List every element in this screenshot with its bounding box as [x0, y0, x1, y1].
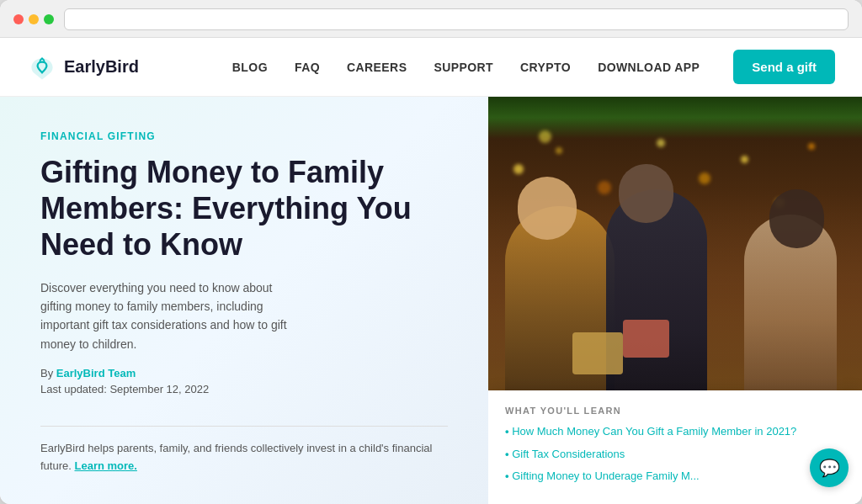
browser-chrome [0, 0, 862, 38]
nav-download[interactable]: DOWNLOAD APP [598, 61, 700, 74]
chat-bubble-button[interactable]: 💬 [810, 448, 849, 487]
divider [40, 426, 448, 427]
nav-crypto[interactable]: CRYPTO [520, 61, 571, 74]
bottom-blurb: EarlyBird helps parents, family, and fri… [40, 440, 448, 475]
nav-links: BLOG FAQ CAREERS SUPPORT CRYPTO DOWNLOAD… [232, 61, 700, 74]
navbar: EarlyBird BLOG FAQ CAREERS SUPPORT CRYPT… [0, 38, 862, 97]
toc-item-1[interactable]: How Much Money Can You Gift a Family Mem… [505, 424, 845, 439]
date-line: Last updated: September 12, 2022 [40, 383, 448, 395]
people-image [488, 189, 862, 425]
traffic-lights [13, 14, 54, 24]
foliage-decoration [488, 97, 862, 139]
nav-blog[interactable]: BLOG [232, 61, 268, 74]
earlybird-logo-icon [27, 52, 57, 82]
close-button[interactable] [13, 14, 24, 24]
nav-careers[interactable]: CAREERS [347, 61, 407, 74]
toc-card: WHAT YOU'LL LEARN How Much Money Can You… [488, 390, 862, 504]
browser-window: EarlyBird BLOG FAQ CAREERS SUPPORT CRYPT… [0, 0, 862, 504]
category-tag: FINANCIAL GIFTING [40, 130, 448, 142]
page-content: EarlyBird BLOG FAQ CAREERS SUPPORT CRYPT… [0, 38, 862, 504]
nav-support[interactable]: SUPPORT [434, 61, 493, 74]
chat-icon: 💬 [819, 458, 840, 478]
address-bar[interactable] [64, 8, 849, 30]
learn-more-link[interactable]: Learn more. [74, 459, 136, 472]
toc-item-2[interactable]: Gift Tax Considerations [505, 447, 845, 462]
article-description: Discover everything you need to know abo… [40, 279, 301, 354]
article-title: Gifting Money to Family Members: Everyth… [40, 154, 448, 263]
toc-title: WHAT YOU'LL LEARN [505, 406, 845, 416]
author-link[interactable]: EarlyBird Team [56, 367, 136, 379]
send-gift-button[interactable]: Send a gift [733, 50, 835, 84]
minimize-button[interactable] [29, 14, 39, 24]
author-line: By EarlyBird Team [40, 367, 448, 379]
logo-text: EarlyBird [64, 57, 139, 77]
toc-item-3[interactable]: Gifting Money to Underage Family M... [505, 469, 845, 484]
author-prefix: By [40, 367, 56, 379]
article-right-panel: WHAT YOU'LL LEARN How Much Money Can You… [488, 97, 862, 504]
main-area: FINANCIAL GIFTING Gifting Money to Famil… [0, 97, 862, 504]
nav-faq[interactable]: FAQ [295, 61, 320, 74]
hero-image [488, 97, 862, 425]
logo-area[interactable]: EarlyBird [27, 52, 139, 82]
article-section: FINANCIAL GIFTING Gifting Money to Famil… [0, 97, 488, 504]
maximize-button[interactable] [44, 14, 54, 24]
